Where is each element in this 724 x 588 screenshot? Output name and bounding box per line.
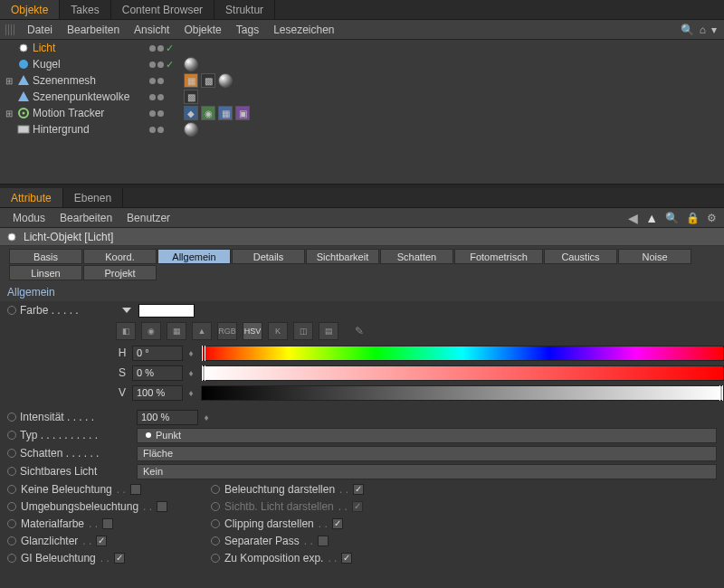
chevron-down-icon[interactable]: ▾	[711, 24, 717, 36]
search-icon[interactable]: 🔍	[681, 24, 694, 36]
spinner-icon[interactable]: ♦	[186, 368, 195, 378]
input-h[interactable]: 0 °	[132, 346, 183, 361]
checkbox[interactable]: ✓	[341, 553, 352, 564]
anim-circle-icon[interactable]	[211, 502, 220, 511]
ptab-sichtbarkeit[interactable]: Sichtbarkeit	[306, 249, 379, 264]
tag-icon[interactable]: ▣	[235, 106, 250, 120]
tab-objekte[interactable]: Objekte	[0, 0, 60, 19]
lock-icon[interactable]: 🔒	[686, 212, 700, 224]
vis-dot-icon[interactable]	[157, 78, 164, 84]
ptab-koord[interactable]: Koord.	[83, 249, 157, 264]
input-s[interactable]: 0 %	[132, 365, 183, 381]
tree-item-motiontracker[interactable]: Motion Tracker	[33, 107, 104, 119]
checkbox[interactable]	[318, 536, 329, 546]
phong-tag-icon[interactable]	[184, 122, 198, 137]
check-icon[interactable]: ✓	[166, 43, 174, 54]
color-spectrum-icon[interactable]: ◧	[116, 322, 136, 340]
tree-item-szenenmesh[interactable]: Szenenmesh	[33, 74, 96, 87]
menu-bearbeiten[interactable]: Bearbeiten	[60, 21, 127, 39]
expander-icon[interactable]: ⊞	[4, 76, 14, 86]
ptab-allgemein[interactable]: Allgemein	[157, 249, 231, 264]
color-grid-icon[interactable]: ▦	[167, 322, 186, 340]
dropdown-typ[interactable]: Punkt	[137, 428, 717, 443]
ptab-schatten[interactable]: Schatten	[380, 249, 453, 264]
spinner-icon[interactable]: ♦	[186, 348, 195, 358]
vis-dot-icon[interactable]	[157, 127, 164, 133]
checkbox[interactable]	[130, 484, 141, 495]
vis-dot-icon[interactable]	[157, 45, 164, 52]
anim-circle-icon[interactable]	[7, 467, 16, 476]
menu-ansicht[interactable]: Ansicht	[127, 21, 176, 39]
anim-circle-icon[interactable]	[7, 502, 16, 511]
gear-icon[interactable]: ⚙	[707, 212, 717, 224]
color-image-icon[interactable]: ▲	[192, 322, 212, 340]
vis-dot-icon[interactable]	[157, 94, 164, 100]
color-hsv-button[interactable]: HSV	[243, 322, 262, 340]
tag-icon[interactable]: ◆	[184, 106, 198, 120]
phong-tag-icon[interactable]	[184, 57, 198, 71]
menu-objekte[interactable]: Objekte	[176, 21, 228, 39]
expander-icon[interactable]: ⊞	[4, 109, 14, 119]
vis-dot-icon[interactable]	[157, 110, 164, 117]
checkbox[interactable]: ✓	[332, 518, 343, 529]
expand-triangle-icon[interactable]	[122, 308, 131, 313]
input-v[interactable]: 100 %	[132, 385, 183, 401]
anim-circle-icon[interactable]	[7, 431, 16, 440]
color-swatches-icon[interactable]: ▤	[319, 322, 338, 340]
color-wheel-icon[interactable]: ◉	[141, 322, 161, 340]
vis-dot-icon[interactable]	[149, 45, 156, 52]
checkbox[interactable]: ✓	[114, 553, 125, 564]
tag-icon[interactable]: ▦	[218, 106, 233, 120]
slider-hue[interactable]	[201, 346, 724, 361]
compositing-tag-icon[interactable]: ▦	[184, 73, 198, 88]
vis-dot-icon[interactable]	[149, 78, 156, 84]
menu-benutzer[interactable]: Benutzer	[119, 209, 177, 227]
tab-struktur[interactable]: Struktur	[214, 0, 275, 19]
color-kelvin-button[interactable]: K	[268, 322, 288, 340]
object-tree[interactable]: Licht ✓ Kugel ✓ ⊞ Szenenmesh	[0, 40, 724, 185]
texture-tag-icon[interactable]: ▩	[201, 73, 215, 88]
tab-ebenen[interactable]: Ebenen	[63, 188, 123, 207]
slider-val[interactable]	[201, 385, 724, 401]
ptab-linsen[interactable]: Linsen	[9, 265, 82, 280]
tab-attribute[interactable]: Attribute	[0, 188, 63, 207]
slider-sat[interactable]	[201, 365, 724, 381]
search-icon[interactable]: 🔍	[665, 212, 679, 224]
anim-circle-icon[interactable]	[7, 449, 16, 458]
menu-bearbeiten[interactable]: Bearbeiten	[52, 209, 119, 227]
spinner-icon[interactable]: ♦	[186, 388, 195, 398]
checkbox[interactable]: ✓	[353, 484, 364, 495]
dropdown-schatten[interactable]: Fläche	[137, 446, 717, 461]
ptab-basis[interactable]: Basis	[9, 249, 82, 264]
tree-item-licht[interactable]: Licht	[33, 42, 55, 54]
checkbox[interactable]: ✓	[96, 536, 107, 546]
tree-item-hintergrund[interactable]: Hintergrund	[33, 123, 90, 136]
nav-back-icon[interactable]: ◀	[628, 211, 638, 225]
vis-dot-icon[interactable]	[157, 62, 164, 68]
texture-tag-icon[interactable]: ▩	[184, 90, 198, 104]
anim-circle-icon[interactable]	[7, 306, 16, 315]
menu-tags[interactable]: Tags	[229, 21, 266, 39]
anim-circle-icon[interactable]	[7, 413, 16, 422]
vis-dot-icon[interactable]	[149, 127, 156, 133]
eyedropper-icon[interactable]: ✎	[351, 323, 367, 339]
menu-modus[interactable]: Modus	[5, 209, 52, 227]
anim-circle-icon[interactable]	[7, 536, 16, 545]
anim-circle-icon[interactable]	[211, 485, 220, 494]
anim-circle-icon[interactable]	[7, 554, 16, 563]
menu-lesezeichen[interactable]: Lesezeichen	[266, 21, 341, 39]
ptab-details[interactable]: Details	[232, 249, 305, 264]
tree-item-kugel[interactable]: Kugel	[33, 58, 61, 71]
input-intensitaet[interactable]: 100 %	[137, 410, 198, 425]
ptab-fotometrisch[interactable]: Fotometrisch	[454, 249, 543, 264]
home-icon[interactable]: ⌂	[700, 24, 706, 36]
ptab-caustics[interactable]: Caustics	[544, 249, 617, 264]
vis-dot-icon[interactable]	[149, 110, 156, 117]
anim-circle-icon[interactable]	[211, 519, 220, 528]
vis-dot-icon[interactable]	[149, 94, 156, 100]
color-swatch[interactable]	[138, 304, 195, 318]
phong-tag-icon[interactable]	[218, 73, 233, 88]
grip-icon[interactable]	[5, 24, 14, 35]
tab-takes[interactable]: Takes	[60, 0, 110, 19]
tag-icon[interactable]: ◉	[201, 106, 215, 120]
